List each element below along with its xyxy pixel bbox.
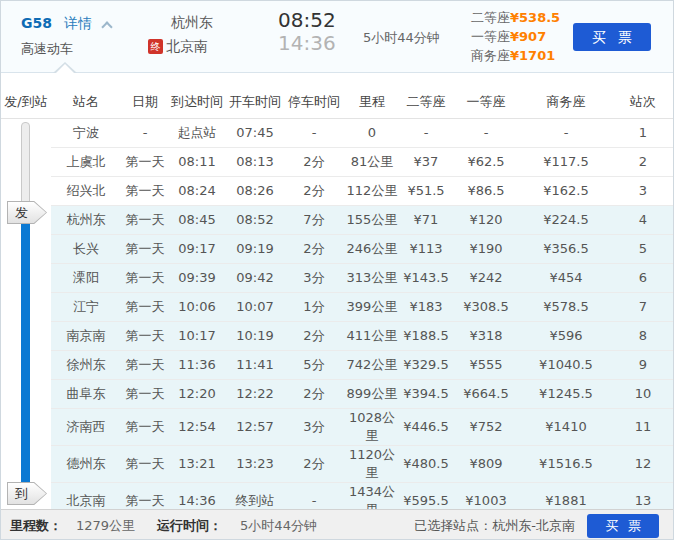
- col-arrive-time: 到达时间: [169, 73, 225, 118]
- station-table-body: 宁波-起点站07:45-0---1上虞北第一天08:1108:132分81公里¥…: [1, 118, 674, 519]
- price-summary: 二等座¥538.5 一等座¥907 商务座¥1701: [471, 8, 571, 65]
- cell-second: ¥394.5: [401, 379, 451, 408]
- cell-station: 南京南: [51, 321, 121, 350]
- cell-business: ¥1410: [521, 408, 611, 445]
- cell-seq: 12: [611, 445, 674, 482]
- cell-seq: 7: [611, 292, 674, 321]
- cell-distance: 0: [343, 118, 401, 147]
- table-row[interactable]: 南京南第一天10:1710:192分411公里¥188.5¥318¥5968: [1, 321, 674, 350]
- cell-first: ¥242: [451, 263, 521, 292]
- cell-depart: 09:42: [225, 263, 285, 292]
- table-row[interactable]: 宁波-起点站07:45-0---1: [1, 118, 674, 147]
- duration-label: 5小时44分钟: [363, 29, 440, 47]
- cell-distance: 899公里: [343, 379, 401, 408]
- cell-second: ¥51.5: [401, 176, 451, 205]
- cell-first: ¥190: [451, 234, 521, 263]
- table-row[interactable]: 曲阜东第一天12:2012:222分899公里¥394.5¥664.5¥1245…: [1, 379, 674, 408]
- cell-arrive: 08:45: [169, 205, 225, 234]
- cell-station: 长兴: [51, 234, 121, 263]
- cell-business: ¥356.5: [521, 234, 611, 263]
- train-type-label: 高速动车: [21, 40, 73, 58]
- table-row[interactable]: 绍兴北第一天08:2408:262分112公里¥51.5¥86.5¥162.53: [1, 176, 674, 205]
- cell-depart: 13:23: [225, 445, 285, 482]
- cell-depart: 09:19: [225, 234, 285, 263]
- cell-stop: 7分: [285, 205, 343, 234]
- panel-notch-fill: [55, 64, 75, 74]
- stop-timetable: 发/到站 站名 日期 到达时间 开车时间 停车时间 里程 二等座 一等座 商务座…: [1, 73, 674, 520]
- cell-first: ¥308.5: [451, 292, 521, 321]
- buy-ticket-button-top[interactable]: 买 票: [573, 23, 651, 51]
- cell-distance: 399公里: [343, 292, 401, 321]
- arrive-marker[interactable]: 到: [7, 482, 47, 505]
- cell-stop: 5分: [285, 350, 343, 379]
- cell-seq: 4: [611, 205, 674, 234]
- cell-first: ¥86.5: [451, 176, 521, 205]
- table-row[interactable]: 济南西第一天12:5412:573分1028公里¥446.5¥752¥14101…: [1, 408, 674, 445]
- cell-arrive: 13:21: [169, 445, 225, 482]
- col-distance: 里程: [343, 73, 401, 118]
- chevron-up-icon[interactable]: [101, 21, 112, 32]
- table-header: 发/到站 站名 日期 到达时间 开车时间 停车时间 里程 二等座 一等座 商务座…: [1, 73, 674, 118]
- cell-arrive: 09:17: [169, 234, 225, 263]
- train-summary-bar: G58 详情 高速动车 杭州东 终 北京南 08:52 14:36 5小时44分…: [1, 1, 673, 73]
- cell-distance: 112公里: [343, 176, 401, 205]
- cell-distance: 411公里: [343, 321, 401, 350]
- col-depart-arrive: 发/到站: [1, 73, 51, 118]
- cell-arrive: 08:11: [169, 147, 225, 176]
- cell-business: ¥596: [521, 321, 611, 350]
- cell-second: ¥446.5: [401, 408, 451, 445]
- col-depart-time: 开车时间: [225, 73, 285, 118]
- cell-arrive: 10:17: [169, 321, 225, 350]
- second-class-price: 二等座¥538.5: [471, 8, 571, 27]
- cell-seq: 9: [611, 350, 674, 379]
- cell-depart: 12:57: [225, 408, 285, 445]
- table-row[interactable]: 杭州东第一天08:4508:527分155公里¥71¥120¥224.54: [1, 205, 674, 234]
- cell-second: ¥329.5: [401, 350, 451, 379]
- cell-date: 第一天: [121, 408, 169, 445]
- cell-distance: 246公里: [343, 234, 401, 263]
- cell-arrive: 10:06: [169, 292, 225, 321]
- cell-date: 第一天: [121, 205, 169, 234]
- summary-footer: 里程数： 1279公里 运行时间： 5小时44分钟 已选择站点： 杭州东-北京南…: [1, 509, 673, 540]
- cell-station: 济南西: [51, 408, 121, 445]
- cell-seq: 8: [611, 321, 674, 350]
- cell-station: 溧阳: [51, 263, 121, 292]
- depart-marker[interactable]: 发: [7, 201, 47, 224]
- table-row[interactable]: 徐州东第一天11:3611:415分742公里¥329.5¥555¥1040.5…: [1, 350, 674, 379]
- runtime-value: 5小时44分钟: [240, 517, 317, 535]
- cell-arrive: 起点站: [169, 118, 225, 147]
- selected-range-bar[interactable]: [21, 213, 30, 494]
- cell-depart: 08:26: [225, 176, 285, 205]
- cell-distance: 742公里: [343, 350, 401, 379]
- cell-second: ¥143.5: [401, 263, 451, 292]
- table-row[interactable]: 上虞北第一天08:1108:132分81公里¥37¥62.5¥117.52: [1, 147, 674, 176]
- cell-second: ¥71: [401, 205, 451, 234]
- cell-depart: 12:22: [225, 379, 285, 408]
- terminal-badge: 终: [148, 39, 163, 54]
- table-row[interactable]: 江宁第一天10:0610:071分399公里¥183¥308.5¥578.57: [1, 292, 674, 321]
- train-detail-panel: G58 详情 高速动车 杭州东 终 北京南 08:52 14:36 5小时44分…: [0, 0, 674, 540]
- col-first-class: 一等座: [451, 73, 521, 118]
- cell-first: ¥752: [451, 408, 521, 445]
- detail-toggle-link[interactable]: 详情: [64, 15, 92, 33]
- cell-distance: 1028公里: [343, 408, 401, 445]
- cell-date: 第一天: [121, 234, 169, 263]
- cell-station: 江宁: [51, 292, 121, 321]
- cell-business: -: [521, 118, 611, 147]
- cell-business: ¥1245.5: [521, 379, 611, 408]
- cell-stop: 2分: [285, 379, 343, 408]
- cell-second: ¥188.5: [401, 321, 451, 350]
- cell-stop: 3分: [285, 408, 343, 445]
- cell-first: ¥555: [451, 350, 521, 379]
- cell-station: 宁波: [51, 118, 121, 147]
- cell-stop: 2分: [285, 176, 343, 205]
- cell-date: -: [121, 118, 169, 147]
- cell-date: 第一天: [121, 147, 169, 176]
- cell-stop: 2分: [285, 234, 343, 263]
- buy-ticket-button-bottom[interactable]: 买 票: [587, 514, 659, 538]
- runtime-label: 运行时间：: [157, 517, 222, 535]
- cell-first: ¥809: [451, 445, 521, 482]
- table-row[interactable]: 长兴第一天09:1709:192分246公里¥113¥190¥356.55: [1, 234, 674, 263]
- table-row[interactable]: 德州东第一天13:2113:232分1120公里¥480.5¥809¥1516.…: [1, 445, 674, 482]
- table-row[interactable]: 溧阳第一天09:3909:423分313公里¥143.5¥242¥4546: [1, 263, 674, 292]
